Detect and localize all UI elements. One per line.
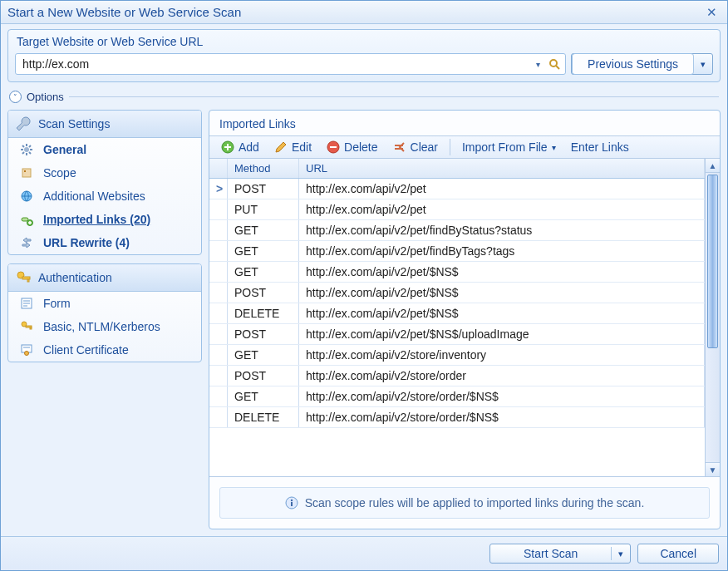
title-bar: Start a New Website or Web Service Scan … (1, 1, 727, 24)
sidebar-item-scan-2[interactable]: Additional Websites (8, 185, 201, 208)
table-row[interactable]: POSThttp://ex.com/api/v2/pet/$NS$/upload… (209, 324, 705, 345)
row-marker (209, 220, 228, 240)
table-row[interactable]: PUThttp://ex.com/api/v2/pet (209, 199, 705, 220)
sidebar-item-auth-1[interactable]: Basic, NTLM/Kerberos (8, 315, 201, 338)
sidebar-item-label: URL Rewrite (4) (43, 236, 130, 249)
col-url[interactable]: URL (299, 159, 705, 178)
col-method[interactable]: Method (228, 159, 299, 178)
cell-method: GET (228, 241, 299, 261)
row-marker (209, 386, 228, 406)
cell-method: DELETE (228, 407, 299, 427)
row-marker (209, 303, 228, 323)
info-text: Scan scope rules will be applied to impo… (305, 496, 645, 509)
start-scan-button[interactable]: Start Scan ▾ (489, 544, 631, 564)
row-marker (209, 407, 228, 427)
table-row[interactable]: GEThttp://ex.com/api/v2/store/inventory (209, 345, 705, 366)
row-marker (209, 366, 228, 386)
target-url-label: Target Website or Web Service URL (8, 30, 720, 53)
sidebar-item-auth-2[interactable]: Client Certificate (8, 338, 201, 362)
previous-settings-caret-icon[interactable]: ▾ (694, 59, 712, 70)
options-label: Options (27, 91, 64, 103)
toolbar-separator (450, 139, 450, 155)
sidebar-item-label: Client Certificate (43, 343, 129, 357)
svg-point-2 (24, 147, 29, 152)
dialog-window: Start a New Website or Web Service Scan … (0, 0, 728, 571)
scroll-down-icon[interactable]: ▼ (706, 462, 720, 476)
row-marker (209, 283, 228, 303)
target-url-field[interactable]: ▾ (15, 53, 566, 75)
cell-method: PUT (228, 199, 299, 219)
table-row[interactable]: POSThttp://ex.com/api/v2/pet/$NS$ (209, 283, 705, 303)
cancel-button[interactable]: Cancel (637, 544, 719, 564)
sidebar-item-scan-4[interactable]: URL Rewrite (4) (8, 231, 201, 254)
table-row[interactable]: DELETEhttp://ex.com/api/v2/pet/$NS$ (209, 303, 705, 324)
add-button[interactable]: Add (214, 138, 266, 156)
target-url-input[interactable] (21, 57, 532, 71)
cell-url: http://ex.com/api/v2/pet/$NS$ (299, 303, 705, 323)
table-row[interactable]: >POSThttp://ex.com/api/v2/pet (209, 179, 705, 199)
col-marker (209, 159, 228, 178)
cell-method: GET (228, 220, 299, 240)
authentication-panel: Authentication FormBasic, NTLM/KerberosC… (7, 263, 202, 362)
sidebar-item-scan-3[interactable]: Imported Links (20) (8, 208, 201, 231)
start-scan-label: Start Scan (490, 547, 612, 560)
cell-url: http://ex.com/api/v2/pet/$NS$ (299, 283, 705, 303)
search-icon[interactable] (548, 58, 560, 70)
previous-settings-button[interactable]: Previous Settings ▾ (571, 53, 713, 75)
dialog-footer: Start Scan ▾ Cancel (1, 536, 727, 570)
sidebar-item-label: Form (43, 297, 71, 310)
cell-url: http://ex.com/api/v2/pet (299, 199, 705, 219)
collapse-chevron-icon[interactable]: ˅ (9, 91, 22, 103)
previous-settings-label: Previous Settings (572, 53, 694, 75)
target-url-section: Target Website or Web Service URL ▾ Prev… (7, 29, 721, 82)
table-row[interactable]: DELETEhttp://ex.com/api/v2/store/order/$… (209, 407, 705, 428)
scroll-track[interactable] (706, 173, 720, 462)
table-row[interactable]: GEThttp://ex.com/api/v2/pet/findByTags?t… (209, 241, 705, 262)
sidebar-item-label: Basic, NTLM/Kerberos (43, 320, 160, 333)
table-row[interactable]: GEThttp://ex.com/api/v2/store/order/$NS$ (209, 386, 705, 407)
svg-rect-23 (330, 146, 337, 148)
sidebar-item-label: Scope (43, 166, 76, 180)
links-toolbar: Add Edit Delete Clear Import From File (209, 135, 720, 159)
cell-method: DELETE (228, 303, 299, 323)
divider (69, 96, 719, 97)
start-scan-caret-icon[interactable]: ▾ (612, 549, 630, 559)
key-icon (20, 320, 35, 333)
svg-rect-4 (24, 170, 26, 172)
info-icon (285, 496, 298, 509)
scroll-thumb[interactable] (707, 175, 718, 348)
cell-method: POST (228, 366, 299, 386)
enter-links-button[interactable]: Enter Links (564, 138, 636, 156)
row-marker (209, 199, 228, 219)
edit-button[interactable]: Edit (268, 138, 318, 156)
close-icon[interactable]: ✕ (703, 5, 721, 20)
vertical-scrollbar[interactable]: ▲ ▼ (706, 159, 720, 476)
cell-url: http://ex.com/api/v2/pet/findByTags?tags (299, 241, 705, 261)
cell-url: http://ex.com/api/v2/pet (299, 179, 705, 199)
sidebar-item-scan-1[interactable]: Scope (8, 161, 201, 185)
clear-button[interactable]: Clear (386, 138, 445, 156)
cell-url: http://ex.com/api/v2/store/order/$NS$ (299, 407, 705, 427)
cell-url: http://ex.com/api/v2/store/order (299, 366, 705, 386)
imported-links-table[interactable]: Method URL >POSThttp://ex.com/api/v2/pet… (209, 159, 706, 476)
cell-method: GET (228, 386, 299, 406)
links-plus-icon (20, 213, 35, 226)
cell-url: http://ex.com/api/v2/store/inventory (299, 345, 705, 365)
sidebar-item-label: Imported Links (20) (43, 213, 150, 226)
sidebar-item-auth-0[interactable]: Form (8, 292, 201, 315)
sidebar-item-scan-0[interactable]: General (8, 138, 201, 161)
table-row[interactable]: GEThttp://ex.com/api/v2/pet/$NS$ (209, 262, 705, 283)
table-header: Method URL (209, 159, 705, 179)
cell-method: POST (228, 179, 299, 199)
import-from-file-button[interactable]: Import From File ▾ (455, 138, 563, 156)
table-row[interactable]: POSThttp://ex.com/api/v2/store/order (209, 366, 705, 386)
pencil-icon (274, 140, 288, 154)
svg-point-25 (291, 500, 293, 501)
dropdown-caret-icon[interactable]: ▾ (532, 58, 544, 70)
table-row[interactable]: GEThttp://ex.com/api/v2/pet/findByStatus… (209, 220, 705, 241)
cell-url: http://ex.com/api/v2/pet/$NS$/uploadImag… (299, 324, 705, 344)
cell-url: http://ex.com/api/v2/pet/$NS$ (299, 262, 705, 282)
scroll-up-icon[interactable]: ▲ (706, 159, 720, 173)
main-panel-title: Imported Links (209, 111, 720, 135)
delete-button[interactable]: Delete (320, 138, 384, 156)
